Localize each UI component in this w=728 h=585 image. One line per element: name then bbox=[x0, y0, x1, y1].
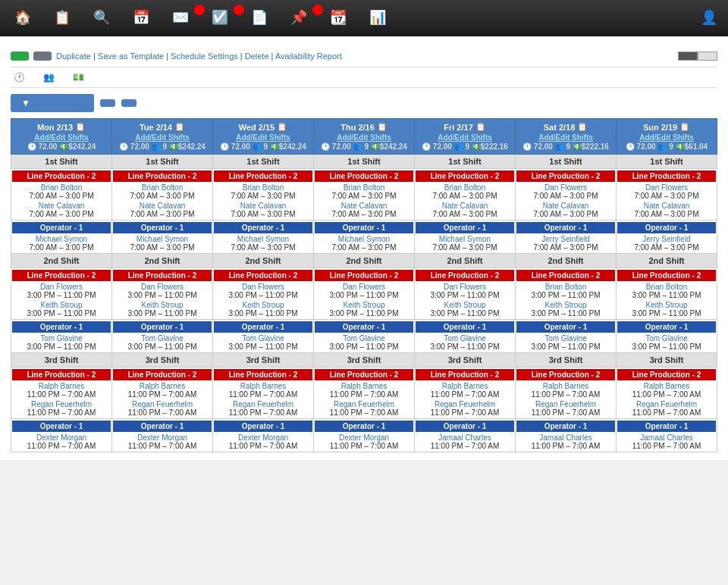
employee-link[interactable]: Dexter Morgan bbox=[36, 433, 86, 442]
employee-link[interactable]: Ralph Barnes bbox=[644, 382, 690, 390]
employee-link[interactable]: Michael Symon bbox=[136, 235, 188, 243]
employee-link[interactable]: Jamaal Charles bbox=[539, 433, 592, 442]
employee-link[interactable]: Tom Glavine bbox=[343, 334, 385, 343]
employee-link[interactable]: Ralph Barnes bbox=[39, 382, 85, 390]
employee-link[interactable]: Regan Feuerhelm bbox=[132, 400, 193, 408]
create-template-shift-button[interactable] bbox=[121, 99, 136, 107]
employee-link[interactable]: Brian Bolton bbox=[243, 183, 284, 192]
employee-link[interactable]: Tom Glavine bbox=[242, 334, 284, 343]
publish-schedule-button[interactable] bbox=[11, 52, 29, 61]
nav-forecaster[interactable]: 📊 bbox=[358, 8, 397, 29]
employee-link[interactable]: Ralph Barnes bbox=[442, 382, 488, 390]
add-edit-link-4[interactable]: Add/Edit Shifts bbox=[438, 133, 492, 142]
add-edit-link-3[interactable]: Add/Edit Shifts bbox=[337, 133, 391, 142]
employee-link[interactable]: Michael Symon bbox=[36, 235, 87, 243]
stats-bar: 🕐 👥 💵 bbox=[11, 67, 717, 88]
employee-link[interactable]: Michael Symon bbox=[338, 235, 390, 243]
employee-link[interactable]: Jerry Seinfield bbox=[541, 235, 589, 243]
employee-link[interactable]: Ralph Barnes bbox=[341, 382, 388, 390]
employee-link[interactable]: Dan Flowers bbox=[645, 183, 688, 192]
employee-link[interactable]: Regan Feuerhelm bbox=[535, 400, 596, 408]
add-edit-link-2[interactable]: Add/Edit Shifts bbox=[236, 133, 290, 142]
employee-link[interactable]: Ralph Barnes bbox=[140, 382, 186, 390]
employee-link[interactable]: Nate Calavan bbox=[442, 202, 488, 210]
close-button[interactable] bbox=[33, 52, 52, 61]
employee-link[interactable]: Keith Stroup bbox=[544, 301, 586, 309]
employee-link[interactable]: Nate Calavan bbox=[240, 202, 287, 210]
pos-bar-2-0-5: Line Production - 2 bbox=[516, 369, 615, 380]
add-edit-link-0[interactable]: Add/Edit Shifts bbox=[34, 133, 89, 142]
employee-link[interactable]: Regan Feuerhelm bbox=[334, 400, 394, 408]
nav-schedules[interactable]: 📆 bbox=[318, 8, 358, 29]
employee-link[interactable]: Keith Stroup bbox=[343, 301, 384, 309]
save-template-link[interactable]: Save as Template bbox=[98, 52, 164, 61]
employee-link[interactable]: Tom Glavine bbox=[40, 334, 83, 343]
employee-link[interactable]: Tom Glavine bbox=[444, 334, 486, 343]
schedule-settings-link[interactable]: Schedule Settings bbox=[171, 52, 238, 61]
nav-daily-log[interactable]: 📋 bbox=[42, 8, 82, 29]
employee-link[interactable]: Michael Symon bbox=[237, 235, 289, 243]
employee-link[interactable]: Tom Glavine bbox=[645, 334, 688, 343]
employee-link[interactable]: Ralph Barnes bbox=[543, 382, 589, 390]
employee-link[interactable]: Regan Feuerhelm bbox=[233, 400, 293, 408]
employee-link[interactable]: Nate Calavan bbox=[543, 202, 589, 210]
employee-link[interactable]: Brian Bolton bbox=[344, 183, 384, 192]
employee-link[interactable]: Brian Bolton bbox=[41, 183, 82, 192]
availability-report-link[interactable]: Availability Report bbox=[275, 52, 342, 61]
employee-link[interactable]: Dan Flowers bbox=[343, 283, 385, 291]
nav-documents[interactable]: 📄 bbox=[240, 8, 279, 29]
employee-link[interactable]: Tom Glavine bbox=[141, 334, 184, 343]
employee-link[interactable]: Regan Feuerhelm bbox=[435, 400, 495, 408]
employee-link[interactable]: Nate Calavan bbox=[39, 202, 85, 210]
employee-link[interactable]: Keith Stroup bbox=[141, 301, 183, 309]
duplicate-link[interactable]: Duplicate bbox=[56, 52, 91, 61]
shift-label-0-2: 1st Shift bbox=[213, 155, 314, 169]
nav-search[interactable]: 🔍 bbox=[82, 8, 121, 29]
employee-link[interactable]: Jamaal Charles bbox=[640, 433, 692, 442]
employee-link[interactable]: Tom Glavine bbox=[544, 334, 587, 343]
delete-link[interactable]: Delete bbox=[245, 52, 269, 61]
employee-link[interactable]: Dan Flowers bbox=[40, 283, 83, 291]
employee-link[interactable]: Michael Symon bbox=[439, 235, 491, 243]
employee-link[interactable]: Brian Bolton bbox=[142, 183, 183, 192]
add-edit-link-1[interactable]: Add/Edit Shifts bbox=[135, 133, 190, 142]
employee-time: 3:00 PM – 11:00 PM bbox=[113, 291, 212, 299]
employee-link[interactable]: Keith Stroup bbox=[242, 301, 284, 309]
employee-link[interactable]: Dan Flowers bbox=[544, 183, 587, 192]
nav-home[interactable]: 🏠 bbox=[3, 8, 42, 29]
view-dropdown-button[interactable]: ▼ bbox=[11, 94, 94, 112]
position-toggle-button[interactable] bbox=[678, 52, 698, 61]
employee-link[interactable]: Keith Stroup bbox=[645, 301, 687, 309]
employee-link[interactable]: Brian Bolton bbox=[646, 283, 687, 291]
employee-link[interactable]: Dexter Morgan bbox=[137, 433, 187, 442]
employee-link[interactable]: Keith Stroup bbox=[40, 301, 82, 309]
employee-link[interactable]: Dan Flowers bbox=[444, 283, 486, 291]
employee-link[interactable]: Regan Feuerhelm bbox=[636, 400, 697, 408]
employee-link[interactable]: Dexter Morgan bbox=[238, 433, 288, 442]
employee-toggle-button[interactable] bbox=[698, 52, 717, 61]
employee-link[interactable]: Dan Flowers bbox=[141, 283, 184, 291]
employee-link[interactable]: Brian Bolton bbox=[545, 283, 586, 291]
employee-entry: Keith Stroup3:00 PM – 11:00 PM bbox=[516, 300, 615, 318]
employee-link[interactable]: Keith Stroup bbox=[444, 301, 485, 309]
nav-messages[interactable]: ✉️ bbox=[161, 8, 200, 29]
employee-link[interactable]: Dexter Morgan bbox=[339, 433, 389, 442]
employee-link[interactable]: Nate Calavan bbox=[644, 202, 690, 210]
employee-link[interactable]: Jerry Seinfield bbox=[642, 235, 690, 243]
employee-link[interactable]: Jamaal Charles bbox=[438, 433, 491, 442]
add-edit-link-6[interactable]: Add/Edit Shifts bbox=[639, 133, 694, 142]
employee-link[interactable]: Dan Flowers bbox=[242, 283, 284, 291]
pos-bar-cell-2-0-6: Line Production - 2Ralph Barnes11:00 PM … bbox=[617, 368, 717, 419]
nav-tasks[interactable]: ☑️ bbox=[200, 8, 240, 29]
nav-admin[interactable]: 👤 bbox=[693, 8, 725, 29]
employee-link[interactable]: Nate Calavan bbox=[140, 202, 186, 210]
add-edit-link-5[interactable]: Add/Edit Shifts bbox=[538, 133, 593, 142]
nav-board[interactable]: 📌 bbox=[279, 8, 318, 29]
nav-calendar[interactable]: 📅 bbox=[121, 8, 161, 29]
employee-link[interactable]: Ralph Barnes bbox=[240, 382, 287, 390]
employee-link[interactable]: Regan Feuerhelm bbox=[31, 400, 92, 408]
employee-link[interactable]: Nate Calavan bbox=[341, 202, 388, 210]
employee-entry: Ralph Barnes11:00 PM – 7:00 AM bbox=[12, 381, 111, 399]
filter-button[interactable] bbox=[100, 99, 115, 107]
employee-link[interactable]: Brian Bolton bbox=[444, 183, 485, 192]
